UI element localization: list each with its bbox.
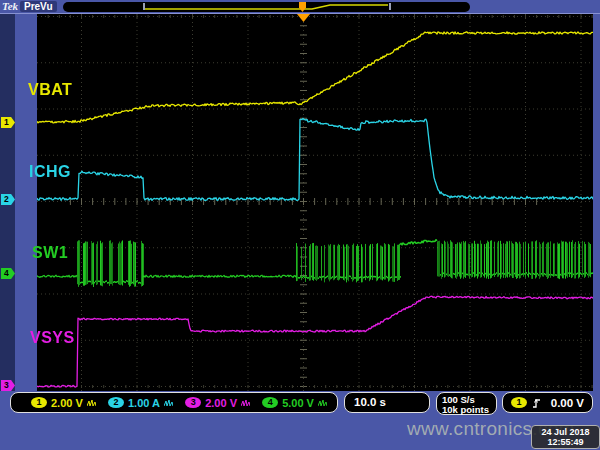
channel-1-readout: 1 2.00 V: [31, 397, 96, 409]
channel-3-scale: 2.00 V: [205, 397, 237, 409]
datetime-box: 24 Jul 2018 12:55:49: [531, 425, 600, 449]
vsys-label: VSYS: [30, 329, 75, 347]
oscilloscope-screen: Tek PreVu 1 2 4 3 VBAT ICHG SW1 VSYS 1 2…: [0, 0, 600, 450]
tek-logo: Tek: [2, 0, 18, 12]
date-text: 24 Jul 2018: [532, 427, 599, 437]
trigger-source-badge: 1: [511, 397, 527, 408]
window-bracket-right: [389, 3, 391, 10]
waveform-canvas: [37, 14, 593, 391]
channel-scale-readouts: 1 2.00 V 2 1.00 A 3 2.00 V 4 5.00 V: [10, 392, 338, 413]
record-length: 10k points: [442, 405, 496, 415]
acquisition-readout: 100 S/s 10k points: [436, 392, 497, 415]
trigger-readout: 1 0.00 V: [502, 392, 593, 413]
record-waveform-preview: [63, 2, 470, 12]
channel-1-scale: 2.00 V: [51, 397, 83, 409]
window-bracket-left: [143, 3, 145, 10]
trigger-level: 0.00 V: [551, 397, 584, 409]
graticule-area: [37, 14, 593, 391]
channel-1-waveform-icon: [87, 398, 96, 408]
channel-2-readout: 2 1.00 A: [108, 397, 173, 409]
ichg-label: ICHG: [29, 163, 71, 181]
channel-2-badge: 2: [108, 397, 124, 408]
record-view-bar: [63, 2, 470, 12]
vbat-label: VBAT: [28, 81, 72, 99]
top-status-bar: Tek PreVu: [0, 0, 600, 14]
acquisition-mode-badge: PreVu: [20, 1, 57, 12]
time-text: 12:55:49: [532, 437, 599, 447]
sw1-label: SW1: [32, 244, 68, 262]
channel-4-scale: 5.00 V: [282, 397, 314, 409]
channel-2-scale: 1.00 A: [128, 397, 160, 409]
channel-1-badge: 1: [31, 397, 47, 408]
timebase-readout: 10.0 s: [344, 392, 430, 413]
channel-3-badge: 3: [185, 397, 201, 408]
channel-4-waveform-icon: [318, 398, 327, 408]
channel-4-badge: 4: [262, 397, 278, 408]
rising-edge-icon: [532, 397, 542, 409]
channel-4-readout: 4 5.00 V: [262, 397, 327, 409]
channel-3-waveform-icon: [241, 398, 250, 408]
channel-2-waveform-icon: [164, 398, 173, 408]
channel-3-readout: 3 2.00 V: [185, 397, 250, 409]
